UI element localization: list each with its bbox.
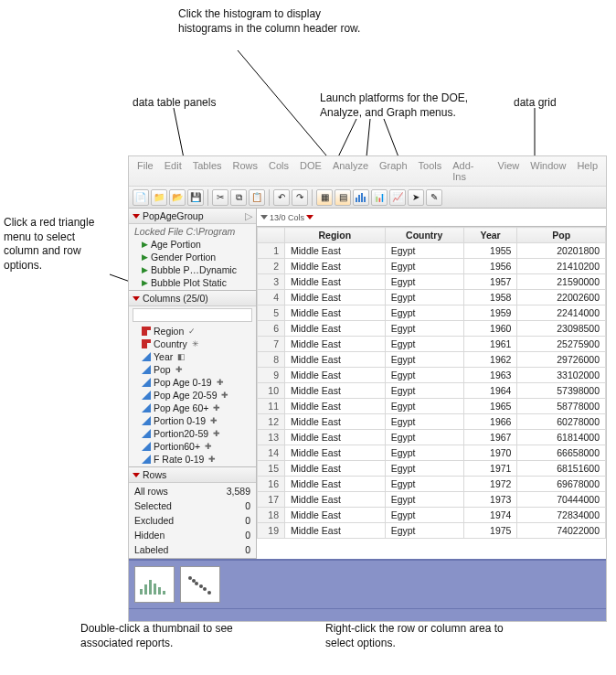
cell-pop[interactable]: 61814000: [517, 430, 606, 445]
row-number[interactable]: 18: [258, 508, 285, 523]
cell-country[interactable]: Egypt: [385, 477, 463, 492]
cell-year[interactable]: 1965: [463, 399, 517, 414]
column-item[interactable]: Pop Age 0-19✚: [129, 376, 256, 389]
table-row[interactable]: 16Middle EastEgypt197269678000: [258, 477, 606, 492]
column-item[interactable]: Pop Age 20-59✚: [129, 389, 256, 402]
cell-year[interactable]: 1955: [463, 243, 517, 259]
row-number[interactable]: 12: [258, 414, 285, 430]
cell-region[interactable]: Middle East: [285, 305, 386, 321]
menu-analyze[interactable]: Analyze: [328, 158, 373, 184]
table-row[interactable]: 5Middle EastEgypt195922414000: [258, 305, 606, 321]
redo-icon[interactable]: ↷: [292, 189, 308, 206]
table-row[interactable]: 12Middle EastEgypt196660278000: [258, 414, 606, 430]
table-icon[interactable]: ▦: [316, 189, 333, 206]
graph-icon[interactable]: 📈: [389, 189, 406, 206]
cell-country[interactable]: Egypt: [385, 337, 463, 352]
paste-icon[interactable]: 📋: [249, 189, 265, 206]
cell-region[interactable]: Middle East: [285, 352, 386, 368]
row-number[interactable]: 15: [258, 461, 285, 477]
row-number[interactable]: 5: [258, 305, 285, 321]
cell-year[interactable]: 1962: [463, 352, 517, 368]
table-row[interactable]: 6Middle EastEgypt196023098500: [258, 321, 606, 337]
menu-tables[interactable]: Tables: [188, 158, 227, 184]
cell-region[interactable]: Middle East: [285, 461, 386, 477]
cell-pop[interactable]: 58778000: [517, 399, 606, 414]
row-number[interactable]: 14: [258, 445, 285, 461]
table-row[interactable]: 7Middle EastEgypt196125275900: [258, 337, 606, 352]
menu-window[interactable]: Window: [526, 158, 570, 184]
column-item[interactable]: Pop✚: [129, 363, 256, 376]
column-item[interactable]: Portion20-59✚: [129, 427, 256, 440]
undo-icon[interactable]: ↶: [273, 189, 290, 206]
table-row[interactable]: 3Middle EastEgypt195721590000: [258, 274, 606, 290]
cell-region[interactable]: Middle East: [285, 321, 386, 337]
menu-addins[interactable]: Add-Ins: [448, 158, 491, 184]
row-number[interactable]: 17: [258, 492, 285, 508]
cell-region[interactable]: Middle East: [285, 477, 386, 492]
data-table[interactable]: RegionCountryYearPop1Middle EastEgypt195…: [257, 227, 606, 539]
cell-year[interactable]: 1967: [463, 430, 517, 445]
chart-icon[interactable]: 📊: [371, 189, 388, 206]
folder-icon[interactable]: 📁: [151, 189, 167, 206]
cell-pop[interactable]: 25275900: [517, 337, 606, 352]
open-icon[interactable]: 📂: [169, 189, 186, 206]
cell-country[interactable]: Egypt: [385, 461, 463, 477]
menu-doe[interactable]: DOE: [295, 158, 326, 184]
cell-region[interactable]: Middle East: [285, 430, 386, 445]
cell-region[interactable]: Middle East: [285, 523, 386, 539]
column-header[interactable]: Pop: [517, 228, 606, 243]
cell-pop[interactable]: 29726000: [517, 352, 606, 368]
columns-panel-header[interactable]: Columns (25/0): [129, 291, 256, 306]
column-item[interactable]: Pop Age 60+✚: [129, 402, 256, 414]
report-thumbnail[interactable]: [180, 566, 220, 603]
rows-stat-row[interactable]: Labeled0: [131, 543, 254, 556]
column-header[interactable]: Country: [385, 228, 463, 243]
cell-country[interactable]: Egypt: [385, 445, 463, 461]
row-number[interactable]: 7: [258, 337, 285, 352]
cell-pop[interactable]: 70444000: [517, 492, 606, 508]
row-number[interactable]: 9: [258, 368, 285, 383]
cell-year[interactable]: 1974: [463, 508, 517, 523]
cell-region[interactable]: Middle East: [285, 414, 386, 430]
cell-country[interactable]: Egypt: [385, 414, 463, 430]
table-row[interactable]: 10Middle EastEgypt196457398000: [258, 383, 606, 399]
cell-pop[interactable]: 33102000: [517, 368, 606, 383]
histogram-icon[interactable]: [353, 189, 369, 206]
row-number[interactable]: 11: [258, 399, 285, 414]
play-icon[interactable]: ▷: [245, 210, 252, 221]
pencil-icon[interactable]: ✎: [426, 189, 442, 206]
row-number[interactable]: 3: [258, 274, 285, 290]
cell-country[interactable]: Egypt: [385, 321, 463, 337]
row-number[interactable]: 13: [258, 430, 285, 445]
cell-region[interactable]: Middle East: [285, 290, 386, 305]
cell-year[interactable]: 1960: [463, 321, 517, 337]
cell-country[interactable]: Egypt: [385, 368, 463, 383]
menu-help[interactable]: Help: [572, 158, 602, 184]
cell-pop[interactable]: 68151600: [517, 461, 606, 477]
column-item[interactable]: Year◧: [129, 350, 256, 363]
table-row[interactable]: 11Middle EastEgypt196558778000: [258, 399, 606, 414]
cell-pop[interactable]: 21590000: [517, 274, 606, 290]
cell-pop[interactable]: 22002600: [517, 290, 606, 305]
cell-pop[interactable]: 21410200: [517, 259, 606, 274]
cell-country[interactable]: Egypt: [385, 259, 463, 274]
column-item[interactable]: Country✳: [129, 338, 256, 350]
cell-pop[interactable]: 60278000: [517, 414, 606, 430]
cell-region[interactable]: Middle East: [285, 243, 386, 259]
row-number[interactable]: 8: [258, 352, 285, 368]
cell-country[interactable]: Egypt: [385, 508, 463, 523]
new-doc-icon[interactable]: 📄: [133, 189, 149, 206]
row-number[interactable]: 4: [258, 290, 285, 305]
cell-country[interactable]: Egypt: [385, 430, 463, 445]
menu-edit[interactable]: Edit: [160, 158, 186, 184]
rows-stat-row[interactable]: Excluded0: [131, 514, 254, 527]
table-row[interactable]: 14Middle EastEgypt197066658000: [258, 445, 606, 461]
copy-icon[interactable]: ⧉: [230, 189, 247, 206]
script-item[interactable]: ▶Bubble Plot Static: [129, 276, 256, 289]
column-item[interactable]: Portion60+✚: [129, 440, 256, 453]
cell-country[interactable]: Egypt: [385, 274, 463, 290]
column-header[interactable]: Year: [463, 228, 517, 243]
red-triangle-icon[interactable]: [133, 296, 140, 301]
cell-region[interactable]: Middle East: [285, 492, 386, 508]
cell-region[interactable]: Middle East: [285, 337, 386, 352]
